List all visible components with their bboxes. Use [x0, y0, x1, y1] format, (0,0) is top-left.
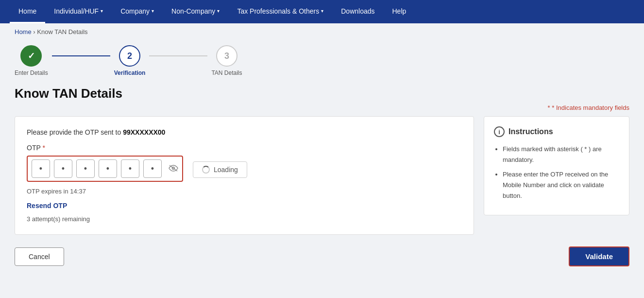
mandatory-note: * * Indicates mandatory fields [15, 104, 629, 111]
footer-buttons: Cancel Validate [15, 246, 629, 266]
chevron-down-icon: ▾ [152, 8, 154, 14]
form-card: Please provide the OTP sent to 99XXXXXX0… [15, 116, 474, 235]
otp-input-5[interactable]: • [121, 159, 139, 178]
nav-company[interactable]: Company ▾ [112, 0, 163, 23]
chevron-down-icon: ▾ [101, 8, 103, 14]
instructions-list: Fields marked with asterisk ( * ) are ma… [494, 144, 619, 201]
breadcrumb: Home › Know TAN Details [0, 23, 644, 40]
otp-row: • • • • • • Loadi [27, 156, 462, 184]
nav-home[interactable]: Home [10, 0, 45, 23]
otp-expiry: OTP expires in 14:37 [27, 188, 462, 195]
otp-phone: 99XXXXXX00 [123, 128, 165, 136]
step-1-enter-details: ✓ Enter Details [15, 45, 48, 76]
nav-individual-huf[interactable]: Individual/HUF ▾ [45, 0, 112, 23]
cancel-button[interactable]: Cancel [15, 247, 64, 266]
main-layout: Please provide the OTP sent to 99XXXXXX0… [15, 116, 629, 235]
loading-label: Loading [214, 166, 238, 174]
page-content: ✓ Enter Details 2 Verification 3 TAN Det… [0, 40, 644, 281]
chevron-down-icon: ▾ [217, 8, 220, 14]
otp-inputs-wrapper: • • • • • • [27, 156, 183, 182]
nav-help[interactable]: Help [384, 0, 415, 23]
step-connector-1 [52, 55, 110, 56]
otp-input-2[interactable]: • [54, 159, 72, 178]
chevron-down-icon: ▾ [321, 8, 323, 14]
step-2-circle: 2 [119, 45, 140, 67]
loading-spinner-icon [202, 166, 210, 174]
otp-label: OTP * [27, 144, 462, 152]
step-2-verification: 2 Verification [114, 45, 146, 76]
step-1-circle: ✓ [20, 45, 42, 67]
loading-button[interactable]: Loading [193, 161, 247, 178]
step-1-label: Enter Details [15, 70, 48, 76]
info-icon: i [494, 126, 505, 137]
step-3-circle: 3 [216, 45, 237, 67]
instructions-card: i Instructions Fields marked with asteri… [484, 116, 629, 215]
nav-downloads[interactable]: Downloads [332, 0, 383, 23]
instruction-item-1: Fields marked with asterisk ( * ) are ma… [503, 144, 619, 165]
otp-input-4[interactable]: • [99, 159, 117, 178]
nav-non-company[interactable]: Non-Company ▾ [163, 0, 228, 23]
main-nav: Home Individual/HUF ▾ Company ▾ Non-Comp… [0, 0, 644, 23]
otp-input-3[interactable]: • [76, 159, 95, 178]
eye-icon[interactable] [169, 164, 178, 174]
otp-message: Please provide the OTP sent to 99XXXXXX0… [27, 128, 462, 136]
stepper: ✓ Enter Details 2 Verification 3 TAN Det… [15, 40, 629, 76]
breadcrumb-home[interactable]: Home [15, 28, 32, 35]
page-title: Know TAN Details [15, 86, 629, 101]
resend-otp-link[interactable]: Resend OTP [27, 202, 67, 210]
nav-tax-professionals[interactable]: Tax Professionals & Others ▾ [228, 0, 332, 23]
attempts-remaining: 3 attempt(s) remaining [27, 215, 462, 223]
validate-button[interactable]: Validate [569, 246, 629, 266]
instructions-title: i Instructions [494, 126, 619, 137]
step-3-label: TAN Details [211, 70, 242, 76]
step-3-tan-details: 3 TAN Details [211, 45, 242, 76]
step-connector-2 [149, 55, 207, 56]
instruction-item-2: Please enter the OTP received on the Mob… [503, 169, 619, 201]
otp-input-6[interactable]: • [143, 159, 162, 178]
step-2-label: Verification [114, 70, 146, 76]
breadcrumb-current: Know TAN Details [37, 28, 87, 35]
otp-input-1[interactable]: • [32, 159, 50, 178]
required-marker: * [42, 144, 45, 152]
